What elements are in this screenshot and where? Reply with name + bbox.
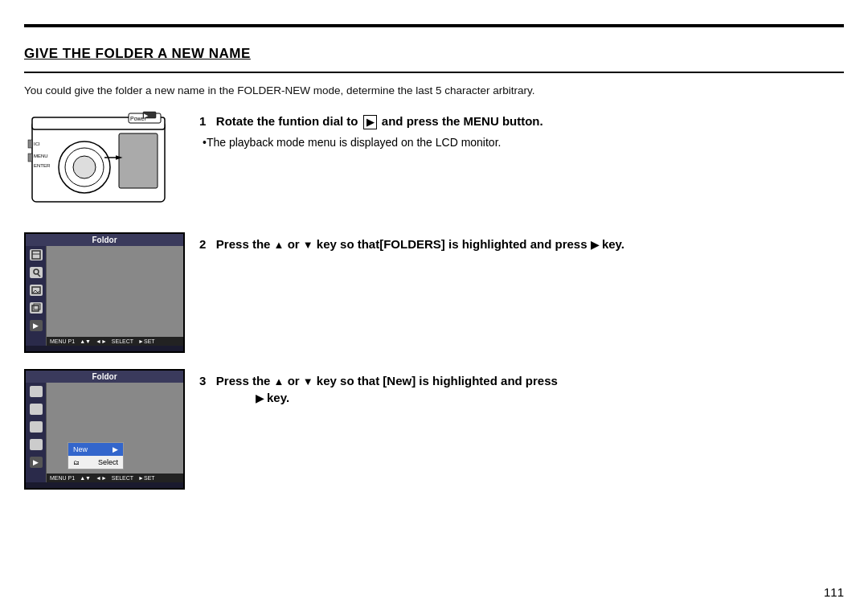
menu-icon-3	[30, 285, 43, 296]
top-border	[24, 24, 844, 27]
step-1-image: Power ▶ ICI MENU ENTER	[24, 109, 185, 216]
menu-content-1: MENU P1 ▲▼ ◄► SELECT ►SET	[47, 246, 183, 346]
step-3-indent	[219, 391, 252, 404]
menu-screen-2-title: Foldor	[26, 371, 183, 383]
step-3-or1: or	[288, 374, 303, 387]
menu-screen-1-body: ▶ MENU P1 ▲▼ ◄► SELECT ►SET	[26, 246, 183, 346]
step-2-text-pre: Press the	[216, 237, 274, 251]
step-1-text: 1 Rotate the funtion dial to ▶ and press…	[199, 109, 844, 151]
section-title-block: GIVE THE FOLDER A NEW NAME	[24, 46, 844, 73]
svg-line-20	[38, 274, 40, 277]
svg-rect-9	[119, 133, 158, 188]
menu-bottom-bar-1: MENU P1 ▲▼ ◄► SELECT ►SET	[47, 337, 183, 346]
svg-rect-17	[32, 251, 40, 259]
menu-content-2: New ▶ 🗂 Select MENU P1 ▲▼ ◄►	[47, 383, 183, 482]
menu-icon-4	[30, 302, 43, 314]
svg-point-19	[34, 269, 39, 274]
svg-rect-22	[32, 305, 39, 311]
step-1-heading: 1 Rotate the funtion dial to ▶ and press…	[199, 113, 844, 129]
svg-text:ENTER: ENTER	[34, 163, 51, 168]
intro-text: You could give the folder a new name in …	[24, 84, 844, 96]
submenu-item-select: 🗂 Select	[68, 456, 123, 469]
submenu-item-new: New ▶	[68, 443, 123, 456]
down-arrow-2: ▼	[303, 238, 313, 252]
step-1-row: Power ▶ ICI MENU ENTER	[24, 109, 844, 216]
step-2-text-mid: key so that[FOLDERS] is highlighted and …	[317, 237, 591, 251]
menu-screen-1-title: Foldor	[26, 234, 183, 246]
menu-icon-2-5: ▶	[30, 457, 43, 468]
menu-icon-2-1	[30, 386, 43, 397]
menu-icons-col-2: ▶	[26, 383, 47, 482]
svg-text:ICI: ICI	[34, 141, 40, 146]
svg-rect-11	[28, 154, 32, 162]
step-3-text-mid: key so that [New] is highlighted and pre…	[317, 374, 558, 387]
page-number: 111	[824, 585, 844, 599]
step-2-or1: or	[288, 237, 303, 251]
step-1-bold-text: Rotate the funtion dial to ▶ and press t…	[216, 114, 543, 128]
menu-icon-2-2	[30, 404, 43, 415]
menu-screen-2-body: ▶ New ▶ 🗂 Select	[26, 383, 183, 482]
menu-icons-col-1: ▶	[26, 246, 47, 346]
down-arrow-3: ▼	[303, 375, 313, 389]
menu-screen-1: Foldor	[24, 232, 185, 353]
submenu-panel: New ▶ 🗂 Select	[68, 442, 124, 469]
step-3-row: Foldor ▶ New	[24, 369, 844, 490]
menu-icon-2-4	[30, 439, 43, 450]
step-1-number: 1	[199, 114, 213, 128]
svg-text:MENU: MENU	[34, 154, 48, 158]
step-2-text: 2 Press the ▲ or ▼ key so that[FOLDERS] …	[199, 232, 844, 257]
menu-icon-1	[30, 249, 43, 260]
step-2-row: Foldor	[24, 232, 844, 353]
menu-icon-2-3	[30, 421, 43, 433]
step-3-text-end: key.	[267, 391, 289, 404]
page-title: GIVE THE FOLDER A NEW NAME	[24, 46, 844, 62]
right-arrow-icon: ▶	[33, 322, 39, 330]
svg-rect-23	[34, 304, 40, 310]
page-content: GIVE THE FOLDER A NEW NAME You could giv…	[24, 36, 844, 591]
step-1-bullet: •The playback mode menu is displayed on …	[203, 134, 844, 151]
step-3-text: 3 Press the ▲ or ▼ key so that [New] is …	[199, 369, 844, 411]
up-arrow-3: ▲	[274, 375, 285, 389]
play-symbol: ▶	[363, 115, 377, 130]
right-arrow-2: ▶	[591, 238, 599, 252]
step-2-number: 2	[199, 237, 213, 251]
svg-rect-10	[28, 140, 32, 148]
menu-bottom-bar-2: MENU P1 ▲▼ ◄► SELECT ►SET	[47, 474, 183, 482]
step-3-number: 3	[199, 374, 213, 387]
step-3-image: Foldor ▶ New	[24, 369, 185, 490]
step-3-heading: 3 Press the ▲ or ▼ key so that [New] is …	[199, 372, 844, 406]
step-2-image: Foldor	[24, 232, 185, 353]
svg-point-8	[73, 156, 96, 178]
menu-icon-5-active: ▶	[30, 320, 43, 331]
step-2-text-end: key.	[602, 237, 624, 251]
right-arrow-icon-2: ▶	[33, 458, 39, 466]
step-2-heading: 2 Press the ▲ or ▼ key so that[FOLDERS] …	[199, 236, 844, 252]
menu-screen-2: Foldor ▶ New	[24, 369, 185, 490]
menu-icon-2	[30, 267, 43, 278]
step-3-text-pre: Press the	[216, 374, 274, 387]
up-arrow-2: ▲	[274, 238, 285, 252]
right-arrow-3: ▶	[256, 392, 264, 406]
